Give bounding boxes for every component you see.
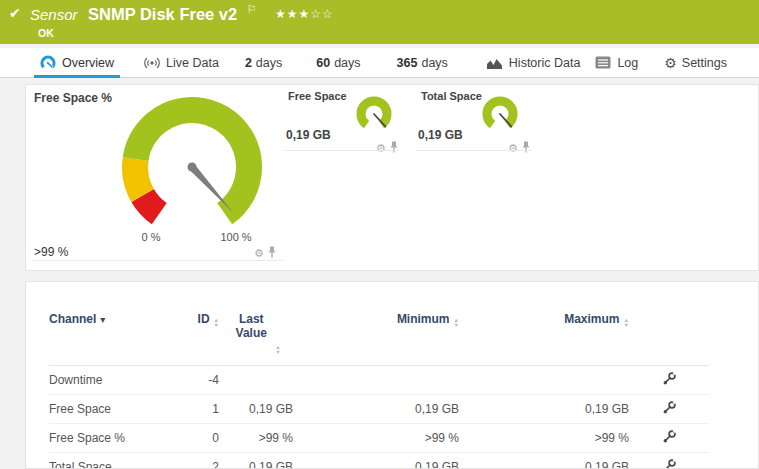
divider <box>416 150 531 151</box>
column-header-last-value-label: Last Value <box>231 312 271 340</box>
table-row: Total Space 2 0,19 GB 0,19 GB 0,19 GB <box>49 453 709 469</box>
channel-settings-wrench-icon[interactable] <box>662 429 677 447</box>
tab-365-days-number: 365 <box>397 56 418 70</box>
channel-id: -4 <box>179 366 219 395</box>
column-header-maximum-label: Maximum <box>564 312 619 326</box>
channel-name: Free Space % <box>49 424 179 453</box>
gauge-icon <box>40 55 56 71</box>
tab-historic-data-label: Historic Data <box>509 56 581 70</box>
tab-bar: Overview Live Data 2 days 60 days <box>0 48 759 78</box>
channel-name: Downtime <box>49 366 179 395</box>
tab-live-data[interactable]: Live Data <box>144 48 219 78</box>
log-list-icon <box>595 56 611 69</box>
pin-icon[interactable] <box>389 139 399 157</box>
column-header-maximum[interactable]: Maximum▲▼ <box>459 312 629 366</box>
divider <box>31 260 283 261</box>
sort-icon: ▲▼ <box>454 318 459 328</box>
tab-2-days[interactable]: 2 days <box>245 48 282 78</box>
channel-settings-wrench-icon[interactable] <box>662 371 677 389</box>
channel-last-value: 0,19 GB <box>219 395 293 424</box>
caret-down-icon: ▾ <box>100 314 105 325</box>
channel-minimum: 0,19 GB <box>293 453 459 469</box>
channel-settings-wrench-icon[interactable] <box>662 458 677 469</box>
ok-check-icon: ✔ <box>9 5 21 21</box>
free-space-gauge <box>353 96 395 140</box>
channel-minimum <box>293 366 459 395</box>
divider <box>285 150 399 151</box>
channel-last-value <box>219 366 293 395</box>
free-space-gauge-value: 0,19 GB <box>286 128 331 142</box>
tab-60-days[interactable]: 60 days <box>316 48 360 78</box>
gauge-settings-gear-icon[interactable]: ⚙ <box>376 143 386 154</box>
tab-log-label: Log <box>617 56 638 70</box>
area-chart-icon <box>486 56 503 70</box>
channel-id: 0 <box>179 424 219 453</box>
gauge-max-label: 100 % <box>211 231 261 243</box>
column-header-id-label: ID <box>198 312 210 326</box>
channel-name: Total Space <box>49 453 179 469</box>
gauge-settings-gear-icon[interactable]: ⚙ <box>508 143 518 154</box>
channel-maximum <box>459 366 629 395</box>
gauge-settings-gear-icon[interactable]: ⚙ <box>254 248 264 259</box>
channel-minimum: 0,19 GB <box>293 395 459 424</box>
tab-365-days[interactable]: 365 days <box>397 48 448 78</box>
tab-2-days-label: days <box>256 56 282 70</box>
gear-icon: ⚙ <box>664 55 677 71</box>
column-header-actions <box>629 312 709 366</box>
column-header-minimum[interactable]: Minimum▲▼ <box>293 312 459 366</box>
channel-id: 2 <box>179 453 219 469</box>
live-broadcast-icon <box>144 55 160 71</box>
sensor-kind-label: Sensor <box>30 6 78 23</box>
table-row: Free Space % 0 >99 % >99 % >99 % <box>49 424 709 453</box>
sort-icon: ▲▼ <box>214 318 219 328</box>
column-header-minimum-label: Minimum <box>397 312 450 326</box>
tab-overview[interactable]: Overview <box>40 48 114 78</box>
tab-overview-label: Overview <box>62 56 114 70</box>
tab-log[interactable]: Log <box>595 48 638 78</box>
column-header-last-value[interactable]: Last Value▲▼ <box>219 312 293 366</box>
channel-settings-wrench-icon[interactable] <box>662 400 677 418</box>
total-space-gauge-value: 0,19 GB <box>418 128 463 142</box>
tab-2-days-number: 2 <box>245 56 252 70</box>
column-header-channel[interactable]: Channel▾ <box>49 312 179 366</box>
channel-maximum: 0,19 GB <box>459 395 629 424</box>
main-gauge-title: Free Space % <box>34 91 112 105</box>
tab-historic-data[interactable]: Historic Data <box>486 48 581 78</box>
sensor-title: SNMP Disk Free v2 <box>88 5 237 23</box>
channel-maximum: >99 % <box>459 424 629 453</box>
prtg-sensor-page: ✔ Sensor SNMP Disk Free v2 ⚐ ★★★☆☆ OK Ov… <box>0 0 759 469</box>
sort-icon: ▲▼ <box>624 318 629 328</box>
free-space-gauge-title: Free Space <box>288 90 347 102</box>
free-space-percent-gauge <box>116 95 268 247</box>
tab-live-data-label: Live Data <box>166 56 219 70</box>
sort-icon: ▲▼ <box>275 345 280 355</box>
tab-365-days-label: days <box>421 56 447 70</box>
channel-id: 1 <box>179 395 219 424</box>
tab-settings[interactable]: ⚙ Settings <box>664 48 727 78</box>
channel-last-value: 0,19 GB <box>219 453 293 469</box>
tab-settings-label: Settings <box>682 56 727 70</box>
priority-stars[interactable]: ★★★☆☆ <box>275 7 334 21</box>
tab-60-days-label: days <box>334 56 360 70</box>
tab-60-days-number: 60 <box>316 56 330 70</box>
channels-table: Channel▾ ID▲▼ Last Value▲▼ Minimum▲▼ Max… <box>49 312 709 469</box>
table-row: Downtime -4 <box>49 366 709 395</box>
channel-minimum: >99 % <box>293 424 459 453</box>
channel-name: Free Space <box>49 395 179 424</box>
total-space-gauge <box>479 96 521 140</box>
table-row: Free Space 1 0,19 GB 0,19 GB 0,19 GB <box>49 395 709 424</box>
column-header-id[interactable]: ID▲▼ <box>179 312 219 366</box>
channels-panel: Channel▾ ID▲▼ Last Value▲▼ Minimum▲▼ Max… <box>25 281 759 469</box>
status-badge: OK <box>38 27 54 39</box>
gauge-min-label: 0 % <box>131 231 171 243</box>
flag-icon: ⚐ <box>247 3 257 15</box>
channel-last-value: >99 % <box>219 424 293 453</box>
pin-icon[interactable] <box>521 139 531 157</box>
column-header-channel-label: Channel <box>49 312 96 326</box>
main-gauge-value: >99 % <box>34 245 68 259</box>
channel-maximum: 0,19 GB <box>459 453 629 469</box>
sensor-header: ✔ Sensor SNMP Disk Free v2 ⚐ ★★★☆☆ OK <box>0 0 759 44</box>
gauges-panel: Free Space % 0 % 100 % >99 % ⚙ <box>25 84 759 271</box>
total-space-gauge-title: Total Space <box>421 90 482 102</box>
